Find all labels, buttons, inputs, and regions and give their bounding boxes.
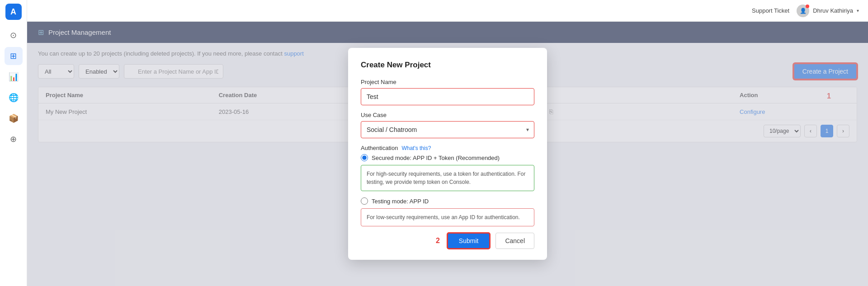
avatar: 👤 xyxy=(797,5,809,17)
use-case-select[interactable]: Social / Chatroom Gaming Live Streaming … xyxy=(361,121,534,138)
auth-secured-label: Secured mode: APP ID + Token (Recommende… xyxy=(372,155,500,161)
sidebar-item-projects[interactable]: ⊞ xyxy=(5,47,23,65)
notification-dot xyxy=(806,5,809,8)
auth-label: Authentication What's this? xyxy=(361,145,534,151)
dashboard-icon: ⊙ xyxy=(10,30,17,40)
project-name-label: Project Name xyxy=(361,79,534,85)
sidebar-item-add[interactable]: ⊕ xyxy=(5,130,23,148)
modal-footer: 2 Submit Cancel xyxy=(361,233,534,249)
sidebar-item-packages[interactable]: 📦 xyxy=(5,109,23,127)
annotation-2: 2 xyxy=(436,237,440,245)
sidebar-item-dashboard[interactable]: ⊙ xyxy=(5,26,23,44)
packages-icon: 📦 xyxy=(9,113,19,123)
username: Dhruv Kathiriya xyxy=(813,7,853,14)
content-area: ⊞ Project Management You can create up t… xyxy=(27,22,868,286)
projects-icon: ⊞ xyxy=(10,51,17,61)
create-project-modal: Create New Project Project Name Use Case… xyxy=(348,48,547,260)
submit-button[interactable]: Submit xyxy=(447,233,491,249)
auth-secured-desc: For high-security requirements, use a to… xyxy=(361,165,534,191)
cancel-button[interactable]: Cancel xyxy=(495,233,534,249)
sidebar-item-analytics[interactable]: 📊 xyxy=(5,68,23,86)
auth-option-secured[interactable]: Secured mode: APP ID + Token (Recommende… xyxy=(361,154,534,161)
chevron-down-icon: ▾ xyxy=(857,8,859,13)
auth-secured-radio[interactable] xyxy=(361,154,368,161)
use-case-label: Use Case xyxy=(361,112,534,118)
project-name-input[interactable] xyxy=(361,88,534,105)
modal-title: Create New Project xyxy=(361,61,534,70)
auth-option-testing[interactable]: Testing mode: APP ID xyxy=(361,197,534,205)
network-icon: 🌐 xyxy=(9,93,19,103)
topbar: Support Ticket 👤 Dhruv Kathiriya ▾ xyxy=(27,0,868,22)
modal-overlay: Create New Project Project Name Use Case… xyxy=(27,22,868,286)
support-ticket-link[interactable]: Support Ticket xyxy=(752,7,789,14)
sidebar: A ⊙ ⊞ 📊 🌐 📦 ⊕ xyxy=(0,0,27,286)
analytics-icon: 📊 xyxy=(9,72,19,82)
auth-testing-radio[interactable] xyxy=(361,197,368,205)
add-plugin-icon: ⊕ xyxy=(10,134,17,144)
app-logo[interactable]: A xyxy=(5,4,22,20)
sidebar-item-network[interactable]: 🌐 xyxy=(5,89,23,107)
use-case-select-wrap: Social / Chatroom Gaming Live Streaming … xyxy=(361,121,534,138)
user-menu[interactable]: 👤 Dhruv Kathiriya ▾ xyxy=(797,5,859,17)
main-area: Support Ticket 👤 Dhruv Kathiriya ▾ ⊞ Pro… xyxy=(27,0,868,286)
whats-this-link[interactable]: What's this? xyxy=(401,145,431,151)
auth-testing-desc: For low-security requirements, use an Ap… xyxy=(361,208,534,226)
auth-testing-label: Testing mode: APP ID xyxy=(372,198,429,205)
